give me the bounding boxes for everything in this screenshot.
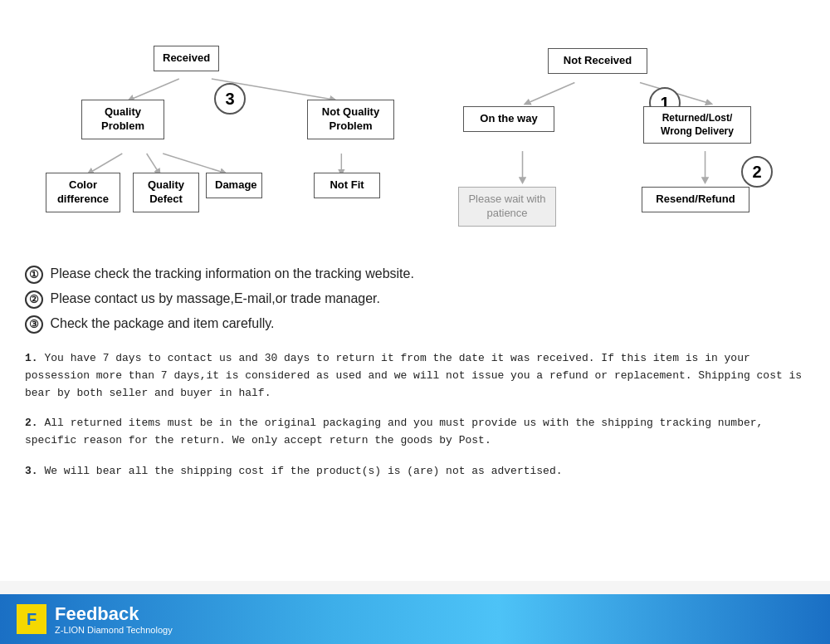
not-fit-node: Not Fit: [314, 173, 380, 198]
svg-line-6: [527, 83, 575, 104]
badge-2: 2: [741, 156, 773, 188]
svg-line-3: [147, 154, 159, 173]
flowchart: Received 3 Quality Problem Not Quality P…: [25, 17, 805, 241]
left-flow: Received 3 Quality Problem Not Quality P…: [25, 25, 390, 232]
policy-section: 1. You have 7 days to contact us and 30 …: [25, 350, 805, 481]
footer: F Feedback Z-LION Diamond Technology: [0, 594, 830, 644]
svg-line-0: [130, 79, 179, 100]
policy-3: 3. We will bear all the shipping cost if…: [25, 463, 805, 481]
instruction-3: ③ Check the package and item carefully.: [25, 315, 805, 334]
received-node: Received: [154, 46, 219, 71]
color-difference-node: Color difference: [46, 173, 120, 212]
instruction-2: ② Please contact us by massage,E-mail,or…: [25, 290, 805, 309]
instruction-1: ① Please check the tracking information …: [25, 266, 805, 284]
not-quality-problem-node: Not Quality Problem: [307, 100, 394, 139]
please-wait-node: Please wait with patience: [458, 187, 556, 227]
damage-node: Damage: [206, 173, 262, 198]
quality-defect-node: Quality Defect: [133, 173, 199, 212]
quality-problem-node: Quality Problem: [81, 100, 164, 139]
footer-brand: Feedback Z-LION Diamond Technology: [55, 603, 173, 635]
returned-node: Returned/Lost/ Wrong Delivery: [643, 106, 751, 144]
feedback-icon-box: F: [17, 604, 46, 634]
right-flow: Not Received 1 On the way Returned/Lo: [440, 25, 805, 232]
badge-3: 3: [214, 83, 246, 115]
svg-line-2: [90, 154, 122, 173]
not-received-node: Not Received: [548, 48, 647, 74]
resend-refund-node: Resend/Refund: [642, 187, 749, 212]
policy-1: 1. You have 7 days to contact us and 30 …: [25, 350, 805, 402]
instructions-section: ① Please check the tracking information …: [25, 266, 805, 334]
svg-line-4: [163, 154, 223, 173]
policy-2: 2. All returned items must be in the ori…: [25, 415, 805, 450]
on-the-way-node: On the way: [463, 106, 554, 132]
